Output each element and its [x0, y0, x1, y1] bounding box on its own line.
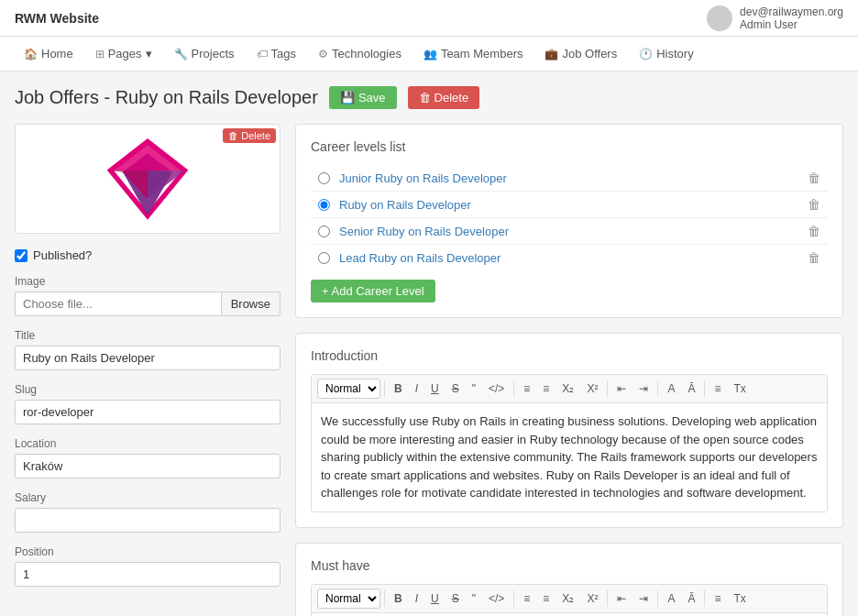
nav-item-history[interactable]: 🕐History	[630, 39, 702, 68]
must-have-divider-1	[384, 590, 385, 607]
must-have-clear[interactable]: Tx	[728, 589, 751, 608]
must-have-strike[interactable]: S	[446, 589, 465, 608]
must-have-indent-r[interactable]: ⇥	[633, 589, 654, 608]
subscript-button[interactable]: X₂	[556, 380, 579, 398]
strikethrough-button[interactable]: S	[446, 380, 465, 398]
published-row: Published?	[15, 248, 280, 262]
image-label: Image	[15, 275, 280, 288]
nav-item-home[interactable]: 🏠Home	[15, 39, 82, 68]
must-have-sup[interactable]: X²	[581, 589, 603, 608]
career-delete-icon[interactable]: 🗑	[808, 250, 820, 265]
position-field-group: Position	[15, 545, 280, 587]
career-label[interactable]: Senior Ruby on Rails Developer	[339, 225, 798, 238]
must-have-format-select[interactable]: Normal	[317, 588, 380, 609]
introduction-section: Introduction Normal B I U S " </>	[295, 333, 843, 528]
must-have-quote[interactable]: "	[467, 589, 481, 608]
page-header: Job Offers - Ruby on Rails Developer 💾 S…	[15, 86, 843, 109]
career-delete-icon[interactable]: 🗑	[808, 170, 820, 185]
user-info: dev@railwaymen.org Admin User	[707, 6, 843, 31]
nav-label: Pages	[108, 47, 142, 60]
must-have-align[interactable]: ≡	[709, 589, 726, 608]
ol-button[interactable]: ≡	[537, 380, 555, 398]
salary-field-group: Salary	[15, 491, 280, 533]
career-item: Ruby on Rails Developer 🗑	[311, 192, 828, 218]
career-radio[interactable]	[318, 199, 330, 211]
nav-icon: ⊞	[95, 48, 104, 60]
format-select[interactable]: Normal	[317, 379, 380, 399]
must-have-italic[interactable]: I	[410, 589, 424, 608]
introduction-toolbar: Normal B I U S " </> ≡ ≡ X₂ X²	[312, 375, 827, 403]
save-button[interactable]: 💾 Save	[329, 86, 397, 109]
nav-item-tags[interactable]: 🏷Tags	[248, 39, 305, 68]
career-item: Junior Ruby on Rails Developer 🗑	[311, 165, 828, 192]
indent-right-button[interactable]: ⇥	[633, 380, 654, 398]
nav-item-job-offers[interactable]: 💼Job Offers	[535, 39, 626, 68]
bold-button[interactable]: B	[389, 380, 408, 398]
title-input[interactable]	[15, 346, 280, 370]
dropdown-chevron: ▾	[146, 47, 152, 60]
career-delete-icon[interactable]: 🗑	[808, 197, 820, 212]
slug-field-group: Slug	[15, 383, 280, 424]
slug-input[interactable]	[15, 400, 280, 424]
must-have-code[interactable]: </>	[483, 589, 510, 608]
introduction-content[interactable]: We successfully use Ruby on Rails in cre…	[312, 403, 827, 512]
topbar: RWM Website dev@railwaymen.org Admin Use…	[0, 0, 858, 37]
nav-icon: 🏠	[24, 48, 38, 60]
delete-button[interactable]: 🗑 Delete	[408, 86, 480, 109]
svg-marker-2	[111, 142, 185, 171]
trash-icon: 🗑	[228, 130, 238, 141]
must-have-bold[interactable]: B	[389, 589, 408, 608]
image-delete-badge[interactable]: 🗑 Delete	[223, 128, 276, 143]
career-label[interactable]: Junior Ruby on Rails Developer	[339, 171, 798, 185]
location-input[interactable]	[15, 454, 280, 478]
career-label[interactable]: Lead Ruby on Rails Developer	[339, 251, 798, 265]
career-radio[interactable]	[318, 252, 330, 264]
must-have-sub[interactable]: X₂	[556, 589, 579, 608]
nav-icon: 🏷	[257, 48, 268, 60]
quote-button[interactable]: "	[467, 380, 481, 398]
must-have-divider-3	[607, 590, 608, 607]
nav-item-team-members[interactable]: 👥Team Members	[414, 39, 533, 68]
must-have-ul[interactable]: ≡	[518, 589, 535, 608]
align-button[interactable]: ≡	[709, 380, 726, 398]
career-radio[interactable]	[318, 226, 330, 237]
ul-button[interactable]: ≡	[518, 380, 535, 398]
code-button[interactable]: </>	[483, 380, 510, 398]
italic-button[interactable]: I	[410, 380, 424, 398]
bgcolor-button[interactable]: Ā	[682, 380, 700, 398]
browse-button[interactable]: Browse	[221, 292, 280, 316]
slug-label: Slug	[15, 383, 280, 396]
must-have-underline[interactable]: U	[425, 589, 445, 608]
career-radio[interactable]	[318, 172, 330, 184]
indent-left-button[interactable]: ⇤	[611, 380, 632, 398]
nav-item-pages[interactable]: ⊞Pages▾	[86, 39, 161, 68]
published-label[interactable]: Published?	[33, 248, 92, 262]
must-have-bgcolor[interactable]: Ā	[682, 589, 700, 608]
introduction-editor: Normal B I U S " </> ≡ ≡ X₂ X²	[311, 374, 828, 512]
image-area: 🗑 Delete	[15, 124, 280, 234]
salary-input[interactable]	[15, 508, 280, 533]
file-input[interactable]	[15, 292, 221, 316]
must-have-color[interactable]: A	[662, 589, 680, 608]
position-input[interactable]	[15, 562, 280, 587]
nav-item-projects[interactable]: 🔧Projects	[165, 39, 244, 68]
must-have-ol[interactable]: ≡	[537, 589, 555, 608]
published-checkbox[interactable]	[15, 249, 28, 262]
career-label[interactable]: Ruby on Rails Developer	[339, 198, 798, 212]
add-career-button[interactable]: + Add Career Level	[311, 280, 435, 302]
career-item: Lead Ruby on Rails Developer 🗑	[311, 245, 828, 270]
toolbar-divider-5	[704, 380, 705, 397]
must-have-indent-l[interactable]: ⇤	[611, 589, 632, 608]
user-email: dev@railwaymen.org	[740, 6, 843, 18]
nav-item-technologies[interactable]: ⚙Technologies	[309, 39, 411, 68]
must-have-divider-5	[704, 590, 705, 607]
underline-button[interactable]: U	[425, 380, 445, 398]
nav-label: Job Offers	[562, 47, 617, 60]
file-row: Browse	[15, 292, 280, 316]
must-have-content[interactable]: knowledge of Ruby on Railsknowledge of G…	[312, 613, 827, 617]
clear-format-button[interactable]: Tx	[728, 380, 751, 398]
navbar: 🏠Home⊞Pages▾🔧Projects🏷Tags⚙Technologies👥…	[0, 37, 858, 72]
career-delete-icon[interactable]: 🗑	[808, 224, 820, 238]
superscript-button[interactable]: X²	[581, 380, 603, 398]
color-button[interactable]: A	[662, 380, 680, 398]
